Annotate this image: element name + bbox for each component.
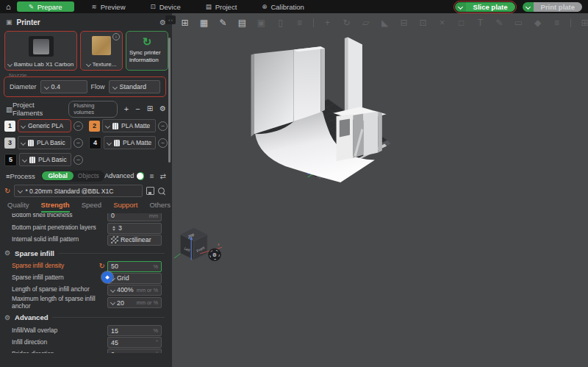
preset-reset-icon[interactable]: ↻ [4, 188, 10, 195]
compare-presets-icon[interactable]: ⇄ [160, 172, 166, 180]
parameter-list: Bottom shell thickness0mmBottom paint pe… [0, 213, 172, 367]
gear-icon: ⚙ [212, 252, 217, 257]
print-dropdown-icon[interactable] [523, 2, 534, 12]
flow-select[interactable]: Standard [109, 80, 160, 93]
printer-section-header: ▣ Printer ⚙ [0, 15, 172, 29]
parameter-scrollbar[interactable] [168, 38, 171, 163]
save-preset-icon[interactable] [146, 187, 154, 195]
device-icon: ⊡ [151, 3, 156, 10]
info-icon[interactable]: i [112, 33, 120, 40]
filament-select[interactable]: Generic PLA [18, 119, 71, 132]
filament-swatch[interactable]: 3 [4, 138, 15, 149]
process-tab-strength[interactable]: Strength [41, 201, 70, 213]
print-plate-button[interactable]: Print plate [523, 2, 582, 12]
sidebar-collapse-handle[interactable]: ‹ › [165, 15, 176, 24]
param-input[interactable]: 15% [107, 325, 162, 336]
param-value: Grid [117, 274, 129, 282]
model-bracket[interactable] [333, 38, 386, 161]
add-filament-button[interactable]: + [124, 105, 129, 113]
param-reset-icon[interactable]: ↻ [99, 263, 105, 270]
diameter-select[interactable]: 0.4 [40, 80, 87, 93]
param-row: Sparse infill density↻50% [0, 260, 172, 272]
param-value: 3 [118, 224, 122, 232]
sync-icon: ↻ [143, 35, 152, 49]
filament-item-2: 2PLA Matte− [89, 119, 168, 132]
slice-plate-button[interactable]: Slice plate [455, 2, 515, 12]
param-spinner[interactable]: 3 [107, 223, 162, 234]
viewport-gear-button[interactable]: ⚙ [208, 248, 221, 261]
delete-filament-icon[interactable]: − [74, 138, 83, 148]
tab-label: Calibration [270, 3, 304, 11]
viewport-3d[interactable]: ⊞▦✎▤▣▯≡+↻▱◣⊟⊡×□T✎▭◆≡⊞ Bambu Textured PEI… [172, 13, 588, 367]
slice-dropdown-icon[interactable] [455, 2, 466, 12]
param-label: Sparse infill density [12, 263, 99, 270]
param-unit: ° [156, 339, 158, 346]
process-scope-switch: Global Objects [41, 171, 104, 182]
section-divider [52, 317, 165, 318]
plate-type-card[interactable]: i Texture... [80, 31, 123, 71]
param-dropdown[interactable]: 20mm or % [107, 297, 162, 308]
flushing-volumes-button[interactable]: Flushing volumes [68, 101, 118, 118]
process-tab-others[interactable]: Others [149, 201, 171, 213]
preset-select[interactable]: * 0.20mm Standard @BBL X1C [14, 185, 143, 197]
delete-filament-icon[interactable]: − [74, 121, 83, 131]
filament-swatch[interactable]: 5 [4, 154, 17, 166]
sync-printer-card[interactable]: ↻ Sync printer information [126, 31, 168, 71]
slice-plate-label[interactable]: Slice plate [466, 2, 515, 12]
filament-select[interactable]: PLA Basic [19, 153, 71, 166]
tab-label: Preview [101, 3, 126, 11]
filament-swatch[interactable]: 1 [4, 121, 15, 132]
remove-filament-button[interactable]: − [135, 105, 140, 113]
filament-select[interactable]: PLA Matte [104, 136, 156, 149]
param-pattern[interactable]: Rectilinear [107, 235, 162, 246]
x-axis-label: x [218, 243, 220, 246]
process-tab-speed[interactable]: Speed [82, 201, 101, 213]
spinner-arrows-icon[interactable] [111, 226, 116, 231]
param-value: 0 [111, 351, 115, 353]
filament-swatch[interactable]: 2 [89, 121, 100, 132]
filament-list: 1Generic PLA−2PLA Matte−3PLA Basic−4PLA … [4, 119, 168, 166]
param-input[interactable]: 45° [107, 337, 162, 348]
tab-preview[interactable]: ≋Preview [85, 1, 133, 12]
filament-select[interactable]: PLA Matte [102, 119, 156, 132]
app-window: { "colors":{"accent_green":"#36A44E","hi… [0, 0, 588, 367]
filament-select[interactable]: PLA Basic [18, 136, 71, 149]
filament-name: Generic PLA [28, 122, 63, 129]
param-dropdown[interactable]: 400%mm or % [107, 285, 162, 296]
process-tab-support[interactable]: Support [113, 201, 137, 213]
chevron-down-icon [105, 123, 110, 128]
topbar-tabs: ✎Prepare≋Preview⊡Device▤Project⊕Calibrat… [17, 0, 322, 13]
param-dropdown[interactable]: Grid [107, 273, 162, 284]
chevron-down-icon [21, 140, 26, 145]
home-icon[interactable]: ⌂ [6, 0, 11, 13]
tab-calibration[interactable]: ⊕Calibration [254, 1, 312, 12]
printer-select[interactable]: Bambu Lab X1 Carbon [7, 59, 75, 70]
plate-type-select[interactable]: Texture... [85, 59, 118, 70]
section-title: Advanced [15, 313, 48, 321]
filament-settings-gear-icon[interactable]: ⚙ [159, 105, 166, 113]
ams-icon[interactable]: ⊞ [147, 105, 153, 113]
param-input[interactable]: 50% [107, 261, 162, 272]
search-settings-icon[interactable] [158, 188, 165, 194]
delete-filament-icon[interactable]: − [158, 121, 168, 131]
spool-icon [29, 157, 35, 163]
viewport-3d-scene[interactable]: Bambu Textured PEI Plate [172, 13, 588, 367]
param-unit: mm or % [137, 287, 158, 293]
diameter-label: Diameter [10, 83, 37, 90]
calibration-icon: ⊕ [262, 3, 267, 10]
process-tab-quality[interactable]: Quality [7, 201, 29, 213]
setting-list-icon[interactable]: ≡ [150, 172, 154, 180]
tab-prepare[interactable]: ✎Prepare [17, 1, 74, 12]
objects-scope-button[interactable]: Objects [74, 171, 104, 180]
chevron-down-icon [110, 287, 115, 292]
advanced-toggle[interactable] [137, 172, 144, 180]
param-input[interactable]: 0mm [107, 213, 162, 221]
filament-swatch[interactable]: 4 [89, 137, 101, 149]
delete-filament-icon[interactable]: − [74, 155, 83, 165]
tab-project[interactable]: ▤Project [198, 1, 245, 12]
global-scope-button[interactable]: Global [42, 171, 73, 180]
tab-device[interactable]: ⊡Device [143, 1, 188, 12]
param-input[interactable]: 0° [107, 349, 162, 353]
delete-filament-icon[interactable]: − [158, 138, 168, 148]
printer-card[interactable]: Bambu Lab X1 Carbon [4, 31, 77, 71]
